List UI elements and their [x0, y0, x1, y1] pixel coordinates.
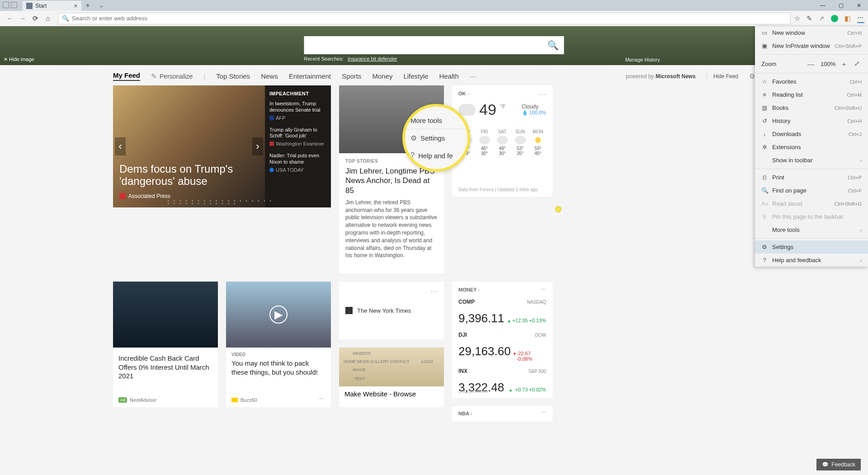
browser-toolbar: ← → ⟳ ⌂ 🔍 ☆ ✎ ↗ ◧ ⋯ [0, 11, 868, 26]
carousel-next-button[interactable]: › [252, 137, 263, 155]
feed-settings-icon[interactable]: ⚙ [749, 72, 755, 80]
nav-entertainment[interactable]: Entertainment [289, 72, 331, 80]
money-card[interactable]: ⋯ MONEY › COMPNASDAQ 9,396.11+12.35 +0.1… [452, 282, 552, 398]
card-more-icon[interactable]: ⋯ [539, 90, 547, 99]
nav-personalize[interactable]: Personalize [160, 73, 193, 80]
headline-carousel[interactable]: ‹ › Dems focus on Trump's 'dangerous' ab… [113, 85, 331, 207]
menu-read-aloud: A»Read aloudCtrl+Shift+G [755, 197, 868, 210]
address-bar[interactable]: 🔍 [58, 13, 791, 24]
maximize-button[interactable]: ▢ [832, 2, 850, 9]
star-icon: ☆ [761, 78, 768, 85]
nyt-icon [345, 307, 353, 314]
menu-history[interactable]: ↺HistoryCtrl+H [755, 114, 868, 127]
titlebar: Start × + ⌄ — ▢ ✕ [0, 0, 868, 11]
headline-title: Dems focus on Trump's 'dangerous' abuse [119, 163, 246, 188]
ad-title: Incredible Cash Back Card Offers 0% Inte… [118, 354, 212, 381]
menu-help[interactable]: ?Help and feedback› [755, 254, 868, 267]
weather-location[interactable]: OK› [458, 91, 546, 96]
card-more-icon[interactable]: ⋯ [430, 287, 439, 296]
cloud-icon [458, 104, 476, 116]
nav-more-icon[interactable]: ⋯ [470, 72, 476, 80]
menu-find[interactable]: 🔍Find on pageCtrl+F [755, 184, 868, 197]
menu-more-tools[interactable]: More tools› [755, 223, 868, 236]
headline-sidebar: IMPEACHMENT In tweetstorm, Trump denounc… [265, 85, 331, 207]
nav-sports[interactable]: Sports [342, 72, 361, 80]
read-aloud-icon: A» [761, 200, 768, 207]
new-tab-button[interactable]: + [86, 1, 90, 9]
carousel-dots[interactable]: ● ● ● ● ● ● ● ● ● ● ● ● ● ● ● ● ● ● ● ● … [168, 199, 277, 205]
menu-print[interactable]: ⎙PrintCtrl+P [755, 171, 868, 184]
menu-show-toolbar[interactable]: Show in toolbar› [755, 154, 868, 167]
feedback-icon: 💬 [822, 461, 829, 468]
menu-reading-list[interactable]: ≡Reading listCtrl+M [755, 88, 868, 101]
back-button[interactable]: ← [4, 14, 16, 22]
video-category: VIDEO [231, 352, 326, 357]
menu-zoom: Zoom — 100% + ⤢ [755, 56, 868, 71]
menu-favorites[interactable]: ☆FavoritesCtrl+I [755, 75, 868, 88]
books-icon: ▥ [761, 104, 768, 111]
website-card[interactable]: WEBSITE HOME NEWS GALLERY CONTACT LOGO I… [339, 348, 444, 407]
nav-money[interactable]: Money [372, 72, 392, 80]
menu-new-window[interactable]: ▭New windowCtrl+N [755, 26, 868, 39]
fullscreen-button[interactable]: ⤢ [852, 60, 862, 68]
video-source: Buzz60 [231, 397, 257, 403]
nba-card[interactable]: NBA › ⋯ [452, 406, 552, 422]
nav-lifestyle[interactable]: Lifestyle [403, 72, 428, 80]
hero-search-box[interactable]: 🔍 [304, 36, 564, 54]
menu-new-inprivate[interactable]: ▣New InPrivate windowCtrl+Shift+P [755, 39, 868, 52]
browser-tab[interactable]: Start × [23, 0, 81, 11]
nav-health[interactable]: Health [439, 72, 458, 80]
zoom-in-button[interactable]: + [840, 60, 848, 68]
extension-icon[interactable]: ◧ [844, 14, 851, 23]
menu-extensions[interactable]: ✲Extensions [755, 141, 868, 154]
weather-footer: Data from Foreca | Updated 3 mins ago [458, 187, 538, 192]
hide-feed-button[interactable]: Hide Feed [707, 73, 738, 80]
hero-search-input[interactable] [310, 42, 547, 49]
nyt-card[interactable]: The New York Times ⋯ [339, 282, 444, 339]
gear-icon: ⚙ [761, 244, 768, 250]
address-input[interactable] [72, 15, 787, 22]
tab-close-button[interactable]: × [74, 2, 77, 9]
pen-icon[interactable]: ✎ [807, 14, 812, 23]
pencil-icon: ✎ [151, 72, 157, 80]
more-menu-button[interactable]: ⋯ [857, 14, 864, 23]
menu-settings[interactable]: ⚙Settings [755, 240, 868, 254]
feedback-button[interactable]: 💬 Feedback [816, 459, 861, 470]
recent-search-link[interactable]: Insurance bit defender [348, 56, 397, 61]
nav-news[interactable]: News [261, 72, 278, 80]
sidebar-story[interactable]: Trump ally Graham to Schiff: 'Good job' … [269, 127, 326, 147]
menu-pin-taskbar: ⚲Pin this page to the taskbar [755, 210, 868, 223]
grammarly-extension-icon[interactable] [831, 15, 838, 22]
card-more-icon[interactable]: ⋯ [317, 394, 326, 403]
zoom-out-button[interactable]: — [806, 60, 816, 68]
minimize-button[interactable]: — [814, 2, 832, 9]
menu-books[interactable]: ▥BooksCtrl+Shift+U [755, 101, 868, 114]
recent-searches: Recent Searches: Insurance bit defender [304, 56, 564, 61]
hero-search-icon[interactable]: 🔍 [547, 40, 559, 51]
zoom-value: 100% [821, 61, 835, 67]
hide-image-button[interactable]: ✕ Hide image [4, 56, 34, 62]
card-more-icon[interactable]: ⋯ [541, 286, 547, 292]
share-icon[interactable]: ↗ [819, 14, 825, 23]
card-more-icon[interactable]: ⋯ [541, 410, 547, 416]
forward-button[interactable]: → [16, 14, 29, 22]
money-footer: Data providers [458, 389, 488, 394]
ad-card[interactable]: Incredible Cash Back Card Offers 0% Inte… [113, 282, 218, 407]
close-window-button[interactable]: ✕ [850, 2, 868, 9]
home-button[interactable]: ⌂ [42, 14, 54, 22]
carousel-prev-button[interactable]: ‹ [115, 137, 126, 155]
favorite-star-icon[interactable]: ☆ [794, 14, 800, 23]
edge-more-menu: ▭New windowCtrl+N ▣New InPrivate windowC… [755, 26, 868, 267]
manage-history-link[interactable]: Manage History [625, 57, 660, 62]
sidebar-story[interactable]: In tweetstorm, Trump denounces Senate tr… [269, 101, 326, 121]
nav-top-stories[interactable]: Top Stories [216, 72, 250, 80]
nav-my-feed[interactable]: My Feed [113, 71, 140, 81]
sidebar-story[interactable]: Nadler: Trial puts even Nixon to shame U… [269, 153, 326, 173]
video-card[interactable]: ▶ VIDEO You may not think to pack these … [226, 282, 331, 407]
print-icon: ⎙ [761, 174, 768, 181]
menu-downloads[interactable]: ↓DownloadsCtrl+J [755, 127, 868, 141]
refresh-button[interactable]: ⟳ [29, 14, 42, 23]
tab-dropdown[interactable]: ⌄ [99, 2, 104, 9]
play-icon[interactable]: ▶ [269, 306, 288, 324]
weather-forecast: FRI46°34° FRI46°30° SAT49°30° SUN53°35° … [458, 129, 546, 156]
